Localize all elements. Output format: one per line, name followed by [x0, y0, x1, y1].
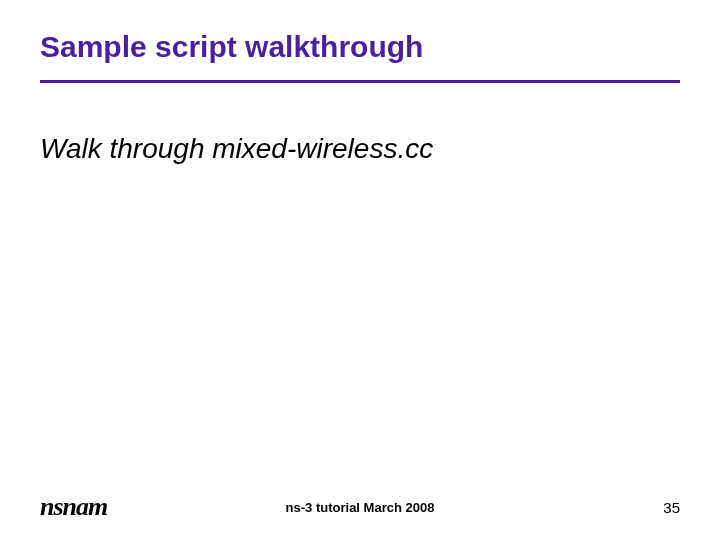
page-number: 35 — [663, 499, 680, 516]
logo: nsnam — [40, 492, 107, 522]
slide-footer: nsnam ns-3 tutorial March 2008 35 — [0, 492, 720, 522]
slide: Sample script walkthrough Walk through m… — [0, 0, 720, 540]
footer-center-text: ns-3 tutorial March 2008 — [286, 500, 435, 515]
slide-title: Sample script walkthrough — [40, 30, 680, 64]
slide-body-text: Walk through mixed-wireless.cc — [40, 133, 680, 165]
title-divider — [40, 80, 680, 83]
